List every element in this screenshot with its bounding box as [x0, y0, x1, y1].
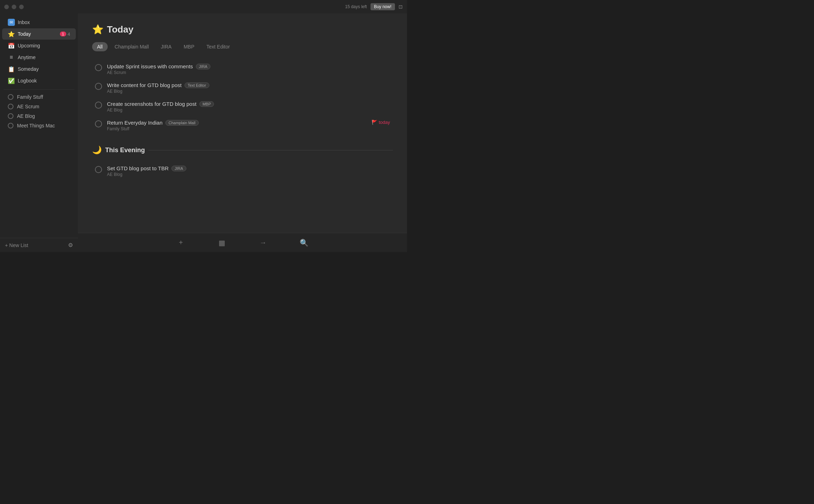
titlebar-right: 15 days left Buy now! ⊡	[345, 3, 403, 10]
family-stuff-circle	[8, 94, 13, 100]
inbox-icon: ✉	[8, 19, 15, 26]
task4-subtitle: Family Stuff	[107, 126, 372, 131]
sidebar-item-meet-things-mac[interactable]: Meet Things Mac	[2, 121, 76, 130]
sidebar-item-ae-blog[interactable]: AE Blog	[2, 111, 76, 121]
tab-champlain-mall[interactable]: Champlain Mall	[110, 42, 154, 51]
task2-body: Write content for GTD blog post Text Edi…	[107, 82, 390, 94]
sidebar-footer: + New List ⚙	[0, 238, 78, 252]
task1-title-row: Update Sprint issues with comments JIRA	[107, 63, 390, 69]
bottom-toolbar: + ▦ → 🔍	[78, 233, 407, 252]
add-task-button[interactable]: +	[175, 236, 187, 249]
task4-checkbox[interactable]	[95, 120, 102, 127]
sidebar-label-logbook: Logbook	[18, 78, 70, 84]
page-star-icon: ⭐	[92, 24, 103, 35]
forward-button[interactable]: →	[257, 236, 270, 249]
add-icon: +	[179, 239, 183, 247]
task4-flag: 🚩 today	[372, 120, 390, 125]
sidebar-label-ae-blog: AE Blog	[17, 113, 35, 119]
sidebar-item-someday[interactable]: 📋 Someday	[2, 63, 76, 75]
task1-title: Update Sprint issues with comments	[107, 63, 193, 69]
search-icon: 🔍	[300, 239, 309, 247]
task3-body: Create screenshots for GTD blog post MBP…	[107, 101, 390, 113]
task1-body: Update Sprint issues with comments JIRA …	[107, 63, 390, 75]
task1-checkbox[interactable]	[95, 64, 102, 71]
sidebar-item-inbox[interactable]: ✉ Inbox	[2, 17, 76, 28]
logbook-icon: ✅	[8, 77, 15, 84]
task4-body: Return Everyday Indian Champlain Mall Fa…	[107, 120, 372, 131]
days-left-label: 15 days left	[345, 4, 367, 9]
table-row[interactable]: Return Everyday Indian Champlain Mall Fa…	[92, 116, 393, 135]
tab-jira[interactable]: JIRA	[156, 42, 176, 51]
maximize-light[interactable]	[19, 5, 24, 9]
task1-tag: JIRA	[196, 64, 211, 69]
minimize-light[interactable]	[12, 5, 16, 9]
task3-checkbox[interactable]	[95, 102, 102, 109]
buy-now-button[interactable]: Buy now!	[371, 3, 395, 10]
task4-tag: Champlain Mall	[165, 120, 199, 126]
sidebar: ✉ Inbox ⭐ Today 1 4 📅 Upcoming ≡ Anytime	[0, 13, 78, 252]
sidebar-label-meet-things-mac: Meet Things Mac	[17, 123, 55, 128]
moon-icon: 🌙	[92, 145, 102, 155]
calendar-view-button[interactable]: ▦	[216, 236, 228, 249]
ae-scrum-circle	[8, 104, 13, 109]
sidebar-label-ae-scrum: AE Scrum	[17, 104, 39, 109]
evening-section-header: 🌙 This Evening	[92, 145, 393, 158]
task2-title-row: Write content for GTD blog post Text Edi…	[107, 82, 390, 88]
someday-icon: 📋	[8, 65, 15, 73]
sidebar-item-family-stuff[interactable]: Family Stuff	[2, 92, 76, 102]
table-row[interactable]: Create screenshots for GTD blog post MBP…	[92, 97, 393, 116]
today-badge: 1	[60, 31, 66, 36]
search-button[interactable]: 🔍	[298, 236, 311, 249]
task2-tag: Text Editor	[185, 82, 209, 88]
window-mode-icon[interactable]: ⊡	[398, 4, 403, 10]
sidebar-item-today[interactable]: ⭐ Today 1 4	[2, 28, 76, 40]
tab-all[interactable]: All	[92, 42, 108, 51]
sidebar-item-upcoming[interactable]: 📅 Upcoming	[2, 40, 76, 51]
table-row[interactable]: Set GTD blog post to TBR JIRA AE Blog	[92, 162, 393, 181]
settings-icon[interactable]: ⚙	[68, 242, 73, 248]
sidebar-label-today: Today	[18, 31, 60, 37]
evening-divider	[148, 150, 393, 150]
task4-title-row: Return Everyday Indian Champlain Mall	[107, 120, 372, 126]
today-task-list: Update Sprint issues with comments JIRA …	[92, 60, 393, 135]
table-row[interactable]: Update Sprint issues with comments JIRA …	[92, 60, 393, 79]
calendar-toolbar-icon: ▦	[219, 239, 225, 247]
task3-title-row: Create screenshots for GTD blog post MBP	[107, 101, 390, 107]
task5-subtitle: AE Blog	[107, 172, 390, 177]
sidebar-label-inbox: Inbox	[18, 19, 70, 25]
tab-text-editor[interactable]: Text Editor	[202, 42, 235, 51]
arrow-icon: →	[260, 239, 267, 247]
task3-tag: MBP	[199, 101, 214, 107]
traffic-lights	[4, 5, 24, 9]
new-list-button[interactable]: + New List	[5, 242, 28, 248]
titlebar: 15 days left Buy now! ⊡	[0, 0, 407, 13]
close-light[interactable]	[4, 5, 9, 9]
task5-tag: JIRA	[171, 166, 186, 171]
task3-subtitle: AE Blog	[107, 108, 390, 113]
sidebar-item-logbook[interactable]: ✅ Logbook	[2, 75, 76, 86]
task3-title: Create screenshots for GTD blog post	[107, 101, 197, 107]
task4-flag-label: today	[379, 120, 390, 125]
upcoming-icon: 📅	[8, 42, 15, 49]
main-layout: ✉ Inbox ⭐ Today 1 4 📅 Upcoming ≡ Anytime	[0, 13, 407, 252]
table-row[interactable]: Write content for GTD blog post Text Edi…	[92, 79, 393, 97]
filter-tabs: All Champlain Mall JIRA MBP Text Editor	[92, 42, 393, 51]
task5-title-row: Set GTD blog post to TBR JIRA	[107, 165, 390, 171]
task5-checkbox[interactable]	[95, 166, 102, 173]
page-title: Today	[107, 24, 134, 35]
sidebar-label-upcoming: Upcoming	[18, 43, 70, 48]
tab-mbp[interactable]: MBP	[179, 42, 199, 51]
sidebar-divider	[4, 89, 74, 90]
content-area: ⭐ Today All Champlain Mall JIRA MBP Text…	[78, 13, 407, 252]
evening-section-title: This Evening	[105, 147, 145, 154]
task1-subtitle: AE Scrum	[107, 70, 390, 75]
sidebar-item-ae-scrum[interactable]: AE Scrum	[2, 102, 76, 111]
sidebar-label-anytime: Anytime	[18, 55, 70, 60]
sidebar-item-anytime[interactable]: ≡ Anytime	[2, 52, 76, 63]
task5-body: Set GTD blog post to TBR JIRA AE Blog	[107, 165, 390, 177]
sidebar-nav: ✉ Inbox ⭐ Today 1 4 📅 Upcoming ≡ Anytime	[0, 16, 78, 238]
task2-checkbox[interactable]	[95, 83, 102, 90]
task5-title: Set GTD blog post to TBR	[107, 165, 169, 171]
anytime-icon: ≡	[8, 54, 15, 61]
new-list-label: + New List	[5, 242, 28, 248]
